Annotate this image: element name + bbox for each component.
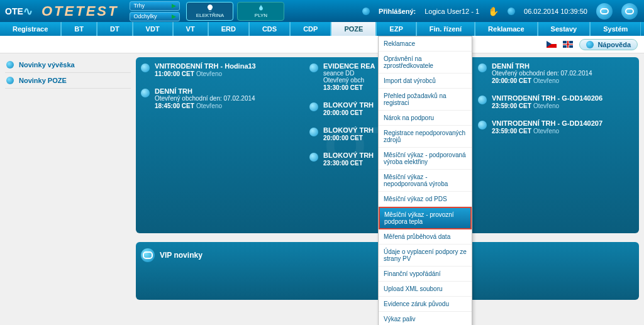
- lightbulb-icon: [204, 4, 216, 13]
- top-right-area: Přihlášený: Logica User12 - 1 ✋ 06.02.20…: [362, 3, 644, 19]
- datetime-text: 06.02.2014 10:39:50: [524, 8, 587, 15]
- card-title: BLOKOVÝ TRH: [323, 101, 374, 109]
- menu-item[interactable]: Nárok na podporu: [379, 111, 472, 126]
- bullet-icon: [141, 63, 150, 72]
- dot-icon: [508, 8, 515, 15]
- menu-item[interactable]: Upload XML souboru: [379, 282, 472, 297]
- card-title: VNITRODENNÍ TRH - G-DD140207: [492, 119, 602, 127]
- nav-dt[interactable]: DT: [97, 22, 133, 36]
- vip-title: VIP novinky: [160, 251, 203, 260]
- chat-icon[interactable]: [621, 3, 638, 19]
- mini-button-trhy[interactable]: Trhy▶: [130, 1, 180, 11]
- tab-elektrina[interactable]: ELEKTŘINA: [186, 2, 233, 21]
- menu-item[interactable]: Finanční vypořádání: [379, 267, 472, 282]
- nav-finrizeni[interactable]: Fin. řízení: [416, 22, 475, 36]
- menu-item[interactable]: Oprávnění na zprostředkovatele: [379, 52, 472, 74]
- menu-item[interactable]: Evidence záruk původu: [379, 297, 472, 304]
- logout-icon[interactable]: ✋: [488, 6, 499, 16]
- menu-item[interactable]: Přehled požadavků na registraci: [379, 89, 472, 111]
- nav-erd[interactable]: ERD: [208, 22, 249, 36]
- bullet-icon: [478, 63, 487, 72]
- nav-reklamace[interactable]: Reklamace: [475, 22, 538, 36]
- flag-cz-icon[interactable]: [547, 41, 557, 48]
- card-time: 11:00:00 CET: [155, 70, 194, 77]
- card-title: DENNÍ TRH: [492, 62, 592, 70]
- nav-registrace[interactable]: Registrace: [0, 22, 61, 36]
- arrow-right-icon: ▶: [172, 13, 176, 19]
- nav-system[interactable]: Systém: [590, 22, 641, 36]
- main-nav: Registrace BT DT VDT VT ERD CDS CDP POZE…: [0, 22, 644, 36]
- bullet-icon: [141, 89, 150, 97]
- card-time: 20:00:00 CET: [323, 109, 363, 116]
- nav-ezp[interactable]: EZP: [376, 22, 416, 36]
- nav-bt[interactable]: BT: [61, 22, 97, 36]
- card-time: 23:59:00 CET: [492, 102, 531, 109]
- card-time: 18:45:00 CET: [155, 102, 194, 109]
- mini-button-column: Trhy▶ Odchylky▶: [130, 1, 180, 21]
- bullet-icon: [309, 128, 318, 136]
- card-subtitle: Otevřený obch: [323, 77, 375, 84]
- mini-button-odchylky[interactable]: Odchylky▶: [130, 12, 180, 21]
- menu-item[interactable]: Měřená průběhová data: [379, 229, 472, 245]
- dot-icon: [6, 77, 14, 84]
- mini-label: Odchylky: [133, 13, 157, 19]
- user-name: Logica User12 - 1: [425, 8, 479, 15]
- chat-icon: [141, 248, 155, 262]
- card-time: 20:00:00 CET: [323, 135, 363, 141]
- news-card[interactable]: VNITRODENNÍ TRH - G-DD140206 23:59:00 CE…: [478, 94, 634, 109]
- card-status: Otevřeno: [533, 77, 559, 84]
- menu-item-highlighted[interactable]: Měsíční výkaz - provozní podpora tepla: [379, 207, 472, 229]
- sidebar-link-label: Novinky vývěska: [19, 61, 75, 69]
- card-title: BLOKOVÝ TRH: [323, 126, 374, 134]
- bullet-icon: [478, 121, 487, 129]
- menu-item[interactable]: Registrace nepodporovaných zdrojů: [379, 126, 472, 148]
- mini-label: Trhy: [133, 3, 145, 9]
- news-card[interactable]: DENNÍ TRH Otevřený obchodní den: 07.02.2…: [141, 87, 297, 109]
- top-bar: OTE∿ OTETEST Trhy▶ Odchylky▶ ELEKTŘINA P…: [0, 0, 644, 22]
- sub-header: Nápověda: [0, 36, 644, 53]
- sidebar-link-poze[interactable]: Novinky POZE: [5, 73, 131, 89]
- bullet-icon: [478, 96, 487, 104]
- menu-item[interactable]: Měsíční výkaz - podporovaná výroba elekt…: [379, 148, 472, 170]
- news-card[interactable]: VNITRODENNÍ TRH - Hodina13 11:00:00 CET …: [141, 62, 297, 77]
- card-time: 23:30:00 CET: [323, 160, 363, 167]
- tab-label: PLYN: [255, 13, 267, 18]
- page-body: Novinky vývěska Novinky POZE OTE VNITROD…: [0, 53, 644, 304]
- bullet-icon: [309, 153, 318, 162]
- menu-item[interactable]: Údaje o vyplacení podpory ze strany PV: [379, 245, 472, 267]
- card-time: 13:30:00 CET: [323, 84, 363, 91]
- card-title: EVIDENCE REA: [323, 62, 375, 70]
- card-title: BLOKOVÝ TRH: [323, 151, 374, 159]
- card-status: Otevřeno: [196, 70, 222, 77]
- sidebar: Novinky vývěska Novinky POZE: [5, 57, 131, 300]
- flag-uk-icon[interactable]: [563, 41, 573, 48]
- sidebar-link-label: Novinky POZE: [19, 77, 67, 84]
- nav-vdt[interactable]: VDT: [133, 22, 173, 36]
- help-button[interactable]: Nápověda: [579, 39, 638, 50]
- nav-cds[interactable]: CDS: [249, 22, 290, 36]
- brand-text: OTETEST: [42, 3, 118, 19]
- menu-item[interactable]: Měsíční výkaz od PDS: [379, 192, 472, 207]
- menu-item[interactable]: Měsíční výkaz - nepodporovaná výroba: [379, 170, 472, 192]
- dot-icon: [362, 8, 370, 15]
- nav-poze[interactable]: POZE: [331, 22, 376, 36]
- card-subtitle: Otevřený obchodní den: 07.02.2014: [155, 95, 255, 102]
- card-title: VNITRODENNÍ TRH - Hodina13: [155, 62, 256, 70]
- menu-item[interactable]: Import dat výrobců: [379, 74, 472, 89]
- nav-cdp[interactable]: CDP: [290, 22, 331, 36]
- logo-text: OTE: [5, 6, 23, 16]
- card-subtitle: seance DD: [323, 70, 375, 77]
- tab-plyn[interactable]: PLYN: [237, 2, 284, 21]
- sidebar-link-vyveska[interactable]: Novinky vývěska: [5, 57, 131, 73]
- nav-vt[interactable]: VT: [173, 22, 208, 36]
- news-column: VNITRODENNÍ TRH - Hodina13 11:00:00 CET …: [141, 60, 297, 227]
- ecg-icon: ∿: [23, 4, 33, 18]
- menu-item[interactable]: Reklamace: [379, 36, 472, 52]
- flame-icon: [255, 4, 267, 13]
- arrow-right-icon: ▶: [172, 3, 176, 9]
- bullet-icon: [309, 102, 318, 111]
- news-card[interactable]: DENNÍ TRH Otevřený obchodní den: 07.02.2…: [478, 62, 634, 84]
- nav-sestavy[interactable]: Sestavy: [538, 22, 591, 36]
- chat-icon[interactable]: [596, 3, 613, 19]
- news-card[interactable]: VNITRODENNÍ TRH - G-DD140207 23:59:00 CE…: [478, 119, 634, 135]
